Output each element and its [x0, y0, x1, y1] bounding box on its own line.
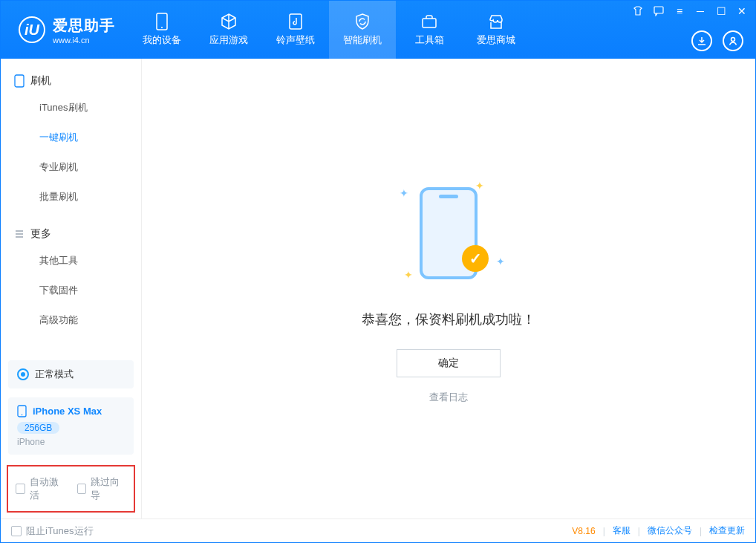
svg-rect-6	[15, 75, 24, 87]
music-file-icon	[287, 13, 304, 30]
checkbox-label: 自动激活	[30, 475, 65, 502]
checkbox-block-itunes[interactable]: 阻止iTunes运行	[11, 524, 94, 538]
nav-label: 应用游戏	[209, 33, 248, 47]
download-button[interactable]	[691, 30, 712, 51]
footer-wechat-link[interactable]: 微信公众号	[648, 524, 692, 537]
sidebar-item-oneclick-flash[interactable]: 一键刷机	[39, 123, 141, 152]
body: 刷机 iTunes刷机 一键刷机 专业刷机 批量刷机 更多 其他工具 下载固件 …	[1, 59, 755, 518]
device-card[interactable]: iPhone XS Max 256GB iPhone	[8, 397, 134, 455]
maximize-icon[interactable]: ☐	[715, 5, 727, 17]
feedback-icon[interactable]	[653, 5, 665, 17]
svg-point-8	[22, 414, 23, 416]
svg-rect-4	[654, 7, 663, 13]
nav-label: 爱思商城	[477, 33, 515, 47]
sparkle-icon: ✦	[400, 187, 407, 195]
app-title: 爱思助手	[53, 16, 115, 36]
svg-point-5	[731, 38, 735, 42]
sidebar-item-advanced[interactable]: 高级功能	[39, 305, 141, 335]
sidebar-section-flash: 刷机	[1, 69, 141, 93]
device-phone-icon	[17, 405, 27, 417]
phone-icon	[14, 74, 25, 88]
checkbox-skip-guide[interactable]: 跳过向导	[77, 475, 127, 502]
sparkle-icon: ✦	[475, 180, 483, 187]
options-highlight-box: 自动激活 跳过向导	[7, 465, 135, 513]
view-log-link[interactable]: 查看日志	[429, 391, 468, 404]
window-controls-top: ≡ ─ ☐ ✕	[632, 5, 748, 17]
svg-rect-3	[423, 19, 436, 27]
logo-icon: iU	[19, 16, 45, 43]
main-content: ✦ ✦ ✦ ✦ ✓ 恭喜您，保资料刷机成功啦！ 确定 查看日志	[142, 59, 755, 518]
footer-support-link[interactable]: 客服	[613, 524, 630, 537]
checkbox-icon	[77, 484, 87, 494]
nav-label: 铃声壁纸	[276, 33, 315, 47]
menu-icon[interactable]: ≡	[674, 5, 685, 17]
section-title: 刷机	[30, 74, 51, 88]
nav-apps[interactable]: 应用游戏	[195, 1, 262, 59]
mode-card[interactable]: 正常模式	[8, 360, 134, 388]
checkbox-label: 阻止iTunes运行	[26, 524, 94, 538]
tshirt-icon[interactable]	[632, 5, 644, 17]
version-label: V8.16	[572, 526, 595, 536]
nav-label: 我的设备	[143, 33, 181, 47]
logo-block: iU 爱思助手 www.i4.cn	[1, 16, 128, 45]
list-icon	[14, 229, 25, 239]
checkbox-auto-activate[interactable]: 自动激活	[16, 475, 65, 502]
sidebar-item-itunes-flash[interactable]: iTunes刷机	[39, 93, 141, 123]
cube-icon	[220, 13, 238, 30]
app-window: iU 爱思助手 www.i4.cn 我的设备 应用游戏 铃声壁纸 智能刷机	[0, 0, 756, 543]
footer-update-link[interactable]: 检查更新	[709, 524, 745, 537]
success-message: 恭喜您，保资料刷机成功啦！	[362, 310, 535, 328]
sparkle-icon: ✦	[404, 269, 411, 276]
device-name: iPhone XS Max	[33, 406, 102, 417]
header-bar: iU 爱思助手 www.i4.cn 我的设备 应用游戏 铃声壁纸 智能刷机	[1, 1, 755, 59]
user-button[interactable]	[723, 30, 743, 51]
top-nav: 我的设备 应用游戏 铃声壁纸 智能刷机 工具箱 爱思商城	[128, 1, 529, 59]
sidebar-item-other-tools[interactable]: 其他工具	[39, 246, 141, 276]
close-icon[interactable]: ✕	[736, 5, 748, 17]
store-icon	[487, 13, 505, 30]
device-type: iPhone	[17, 437, 125, 447]
ok-button[interactable]: 确定	[397, 349, 501, 377]
svg-rect-2	[290, 14, 302, 29]
device-icon	[153, 13, 171, 30]
nav-store[interactable]: 爱思商城	[463, 1, 529, 59]
svg-point-1	[161, 27, 163, 28]
sidebar-item-batch-flash[interactable]: 批量刷机	[39, 182, 141, 212]
sidebar: 刷机 iTunes刷机 一键刷机 专业刷机 批量刷机 更多 其他工具 下载固件 …	[1, 59, 142, 518]
nav-label: 智能刷机	[343, 33, 382, 47]
success-illustration: ✦ ✦ ✦ ✦ ✓	[389, 174, 508, 293]
device-storage: 256GB	[17, 422, 59, 434]
app-url: www.i4.cn	[53, 36, 115, 45]
nav-toolbox[interactable]: 工具箱	[396, 1, 463, 59]
section-title: 更多	[30, 227, 51, 241]
checkbox-icon	[11, 526, 22, 536]
footer-bar: 阻止iTunes运行 V8.16 | 客服 | 微信公众号 | 检查更新	[1, 518, 755, 542]
sidebar-item-pro-flash[interactable]: 专业刷机	[39, 152, 141, 182]
nav-ringtones[interactable]: 铃声壁纸	[262, 1, 329, 59]
toolbox-icon	[420, 13, 438, 30]
checkbox-label: 跳过向导	[91, 475, 126, 502]
shield-sync-icon	[353, 13, 371, 30]
sidebar-item-download-firmware[interactable]: 下载固件	[39, 276, 141, 305]
nav-flash[interactable]: 智能刷机	[329, 1, 396, 59]
sparkle-icon: ✦	[496, 256, 504, 263]
nav-label: 工具箱	[415, 33, 444, 47]
header-right-buttons	[691, 30, 743, 51]
sidebar-section-more: 更多	[1, 222, 141, 246]
minimize-icon[interactable]: ─	[694, 5, 706, 17]
checkbox-icon	[16, 484, 25, 494]
nav-my-device[interactable]: 我的设备	[128, 1, 195, 59]
mode-indicator-icon	[17, 368, 29, 380]
mode-label: 正常模式	[35, 368, 74, 381]
checkmark-badge-icon: ✓	[462, 245, 489, 272]
